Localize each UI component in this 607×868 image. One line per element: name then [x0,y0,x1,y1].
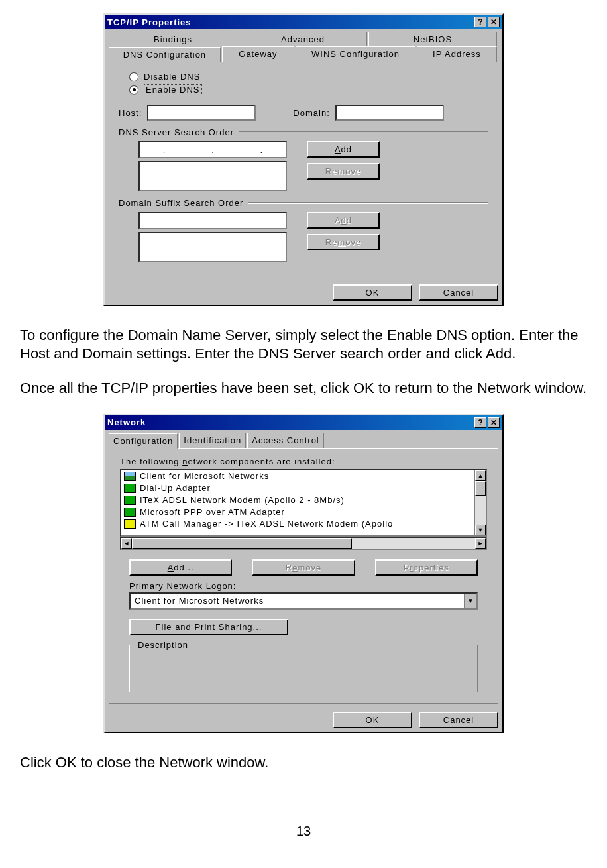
titlebar: Network ? ✕ [105,415,502,430]
horizontal-scrollbar[interactable]: ◄ ► [120,537,487,550]
dns-server-group: DNS Server Search Order ... Add Remove [119,127,488,191]
tcpip-properties-dialog: TCP/IP Properties ? ✕ Bindings Advanced … [103,13,504,306]
window-title: Network [107,417,473,427]
list-item[interactable]: ITeX ADSL Network Modem (Apollo 2 - 8Mb/… [121,494,474,506]
list-item[interactable]: Microsoft PPP over ATM Adapter [121,506,474,518]
host-input[interactable] [147,105,256,121]
description-label: Description [135,640,191,650]
dns-add-button[interactable]: Add [307,141,380,158]
list-item[interactable]: Client for Microsoft Networks [121,470,474,482]
host-label: Host: [119,108,142,118]
tabs-row: Configuration Identification Access Cont… [105,430,502,448]
paragraph-3: Click OK to close the Network window. [20,753,587,772]
list-item[interactable]: ATM Call Manager -> ITeX ADSL Network Mo… [121,518,474,530]
tab-ip-address[interactable]: IP Address [417,46,497,62]
close-button[interactable]: ✕ [488,417,500,428]
paragraph-1: To configure the Domain Name Server, sim… [20,326,587,362]
components-list[interactable]: Client for Microsoft Networks Dial-Up Ad… [120,469,487,537]
components-heading: The following network components are ins… [120,457,487,466]
group-title: DNS Server Search Order [119,127,488,137]
vertical-scrollbar[interactable]: ▲ ▼ [474,470,486,535]
host-domain-row: Host: Domain: [119,105,488,121]
dns-remove-button[interactable]: Remove [307,163,380,180]
dns-list[interactable] [138,161,287,191]
group-title: Domain Suffix Search Order [119,198,488,208]
radio-enable-dns[interactable]: Enable DNS [129,84,491,95]
suffix-input[interactable] [138,212,287,229]
ok-button[interactable]: OK [333,712,412,728]
protocol-icon [124,519,136,529]
scroll-left-icon[interactable]: ◄ [121,538,132,549]
chevron-down-icon[interactable]: ▼ [464,594,476,608]
file-print-sharing-button[interactable]: File and Print Sharing... [129,619,288,635]
tab-bindings[interactable]: Bindings [109,32,237,46]
tab-identification[interactable]: Identification [179,433,246,448]
tab-gateway[interactable]: Gateway [222,46,294,62]
tab-body: The following network components are ins… [109,448,498,704]
page-number: 13 [296,824,311,838]
separator [248,202,488,204]
tab-advanced[interactable]: Advanced [239,32,367,46]
help-button[interactable]: ? [474,417,486,428]
properties-button[interactable]: Properties [375,559,478,576]
suffix-add-button[interactable]: Add [307,212,380,229]
titlebar: TCP/IP Properties ? ✕ [105,15,502,29]
cancel-button[interactable]: Cancel [419,712,498,728]
page-footer: 13 [20,818,587,839]
separator [239,131,488,133]
scroll-track[interactable] [352,538,475,549]
add-button[interactable]: Add... [129,559,232,576]
radio-icon [129,85,138,95]
tabs-row1: Bindings Advanced NetBIOS [105,29,502,46]
adapter-icon [124,508,136,517]
ok-button[interactable]: OK [333,284,412,301]
tab-netbios[interactable]: NetBIOS [368,32,497,46]
scroll-down-icon[interactable]: ▼ [475,525,486,535]
client-icon [124,472,136,481]
dialog-buttons: OK Cancel [105,708,502,732]
radio-icon [129,72,138,81]
tab-configuration[interactable]: Configuration [109,433,178,449]
close-button[interactable]: ✕ [488,17,500,27]
tab-access-control[interactable]: Access Control [247,433,323,448]
list-item[interactable]: Dial-Up Adapter [121,482,474,494]
scroll-thumb[interactable] [132,538,352,549]
dialog-buttons: OK Cancel [105,280,502,305]
scroll-up-icon[interactable]: ▲ [475,470,486,481]
domain-label: Domain: [293,108,329,118]
suffix-remove-button[interactable]: Remove [307,234,380,250]
paragraph-2: Once all the TCP/IP properties have been… [20,379,587,398]
suffix-list[interactable] [138,232,287,262]
tab-dns-config[interactable]: DNS Configuration [109,47,221,62]
network-dialog: Network ? ✕ Configuration Identification… [103,414,504,733]
radio-disable-dns[interactable]: Disable DNS [129,72,491,81]
tabs-row2: DNS Configuration Gateway WINS Configura… [105,46,502,62]
scroll-thumb[interactable] [475,481,486,496]
domain-suffix-group: Domain Suffix Search Order Add Remove [119,198,488,262]
logon-label: Primary Network Logon: [129,581,478,591]
button-row: Add... Remove Properties [129,559,478,576]
description-group: Description [129,645,478,692]
window-title: TCP/IP Properties [107,17,473,27]
help-button[interactable]: ? [474,17,486,27]
tab-body: Disable DNS Enable DNS Host: Domain: DNS… [109,62,498,276]
dns-ip-input[interactable]: ... [138,141,287,158]
adapter-icon [124,496,136,505]
domain-input[interactable] [335,105,444,121]
scroll-track[interactable] [475,496,486,525]
remove-button[interactable]: Remove [252,559,355,576]
logon-dropdown[interactable]: Client for Microsoft Networks ▼ [129,592,478,610]
adapter-icon [124,484,136,493]
cancel-button[interactable]: Cancel [419,284,498,301]
tab-wins-config[interactable]: WINS Configuration [296,46,415,62]
scroll-right-icon[interactable]: ► [475,538,486,549]
